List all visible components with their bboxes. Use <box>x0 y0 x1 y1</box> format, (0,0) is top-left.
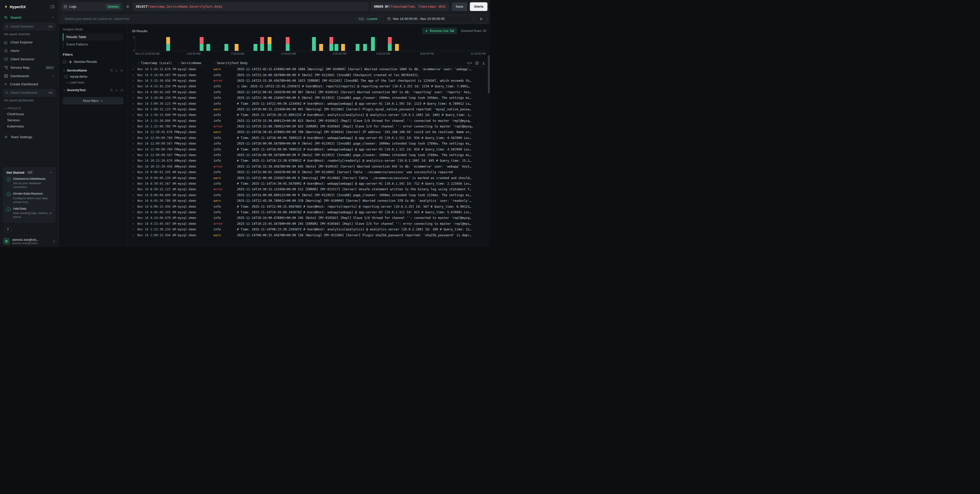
log-row[interactable]: Nov 14 12:00:00.567 PM mysql-demo info 2… <box>132 152 487 158</box>
log-row[interactable]: Nov 14 9:00:00.234 AM mysql-demo warn 20… <box>132 175 487 181</box>
drag-handle-icon[interactable] <box>213 62 215 64</box>
expand-row-icon[interactable] <box>132 125 137 128</box>
expand-row-icon[interactable] <box>132 142 137 145</box>
chart-bar[interactable] <box>334 44 338 51</box>
run-query-button[interactable] <box>475 14 487 23</box>
facet-pin-icon[interactable] <box>120 69 123 72</box>
lucene-mode-toggle[interactable]: Lucene <box>368 17 377 21</box>
chart-bar[interactable] <box>329 37 333 51</box>
expand-row-icon[interactable] <box>132 217 137 219</box>
expand-row-icon[interactable] <box>132 80 137 82</box>
mode-event-patterns[interactable]: Event Patterns <box>63 41 123 48</box>
expand-row-icon[interactable] <box>132 228 137 231</box>
sidebar-item-client-sessions[interactable]: Client Sessions <box>0 55 59 63</box>
chart-bar[interactable] <box>312 37 316 51</box>
drag-handle-icon[interactable] <box>137 62 139 64</box>
log-row[interactable]: Nov 14 8:30:15.123 AM mysql-demo error 2… <box>132 186 487 192</box>
expand-row-icon[interactable] <box>132 199 137 202</box>
facet-pin-icon[interactable] <box>120 89 123 92</box>
facet-search-icon[interactable] <box>110 89 113 92</box>
chart-bar[interactable] <box>166 37 170 51</box>
expand-row-icon[interactable] <box>132 114 137 116</box>
code-view-icon[interactable]: </> <box>467 61 472 65</box>
chart-bar[interactable] <box>319 44 323 51</box>
sidebar-item-alerts[interactable]: Alerts <box>0 46 59 55</box>
checkbox[interactable] <box>63 60 67 64</box>
chart-bar[interactable] <box>200 37 204 51</box>
log-row[interactable]: Nov 14 5:16:00.567 PM mysql-demo info 20… <box>132 72 487 78</box>
log-row[interactable]: Nov 14 1:15:00.789 PM mysql-demo error 2… <box>132 124 487 129</box>
log-row[interactable]: Nov 14 4:23:45.567 AM mysql-demo error 2… <box>132 221 487 226</box>
source-settings-gear-icon[interactable] <box>125 5 130 9</box>
expand-row-icon[interactable] <box>132 148 137 151</box>
load-more-button[interactable]: Load more <box>64 80 123 84</box>
chart-bar[interactable] <box>267 37 271 51</box>
log-row[interactable]: Nov 14 2:00:15.456 AM mysql-demo warn 20… <box>132 232 487 238</box>
expand-row-icon[interactable] <box>132 108 137 111</box>
preset-kubernetes[interactable]: Kubernetes <box>0 123 59 129</box>
date-range-picker[interactable]: Nov 14 00:00:00 - Nov 15 00:00:00 <box>383 14 473 23</box>
column-header-body[interactable]: Body <box>237 61 487 65</box>
create-dashboard-button[interactable]: Create Dashboard <box>0 80 59 88</box>
user-menu[interactable]: D dominic.tran@clic... dominic.tran@clic… <box>0 235 59 247</box>
sql-mode-toggle[interactable]: SQL <box>358 17 364 21</box>
chart-bar[interactable] <box>395 44 399 51</box>
log-row[interactable]: Nov 14 1:30:15.890 PM mysql-demo info # … <box>132 112 487 118</box>
chart-bar[interactable] <box>341 44 345 51</box>
saved-dashboards-field[interactable] <box>11 91 46 94</box>
expand-row-icon[interactable] <box>132 97 137 99</box>
facet-search-icon[interactable] <box>110 69 113 72</box>
log-row[interactable]: Nov 14 8:00:00.890 AM mysql-demo info 20… <box>132 192 487 198</box>
log-row[interactable]: Nov 14 4:24:00.678 AM mysql-demo info 20… <box>132 215 487 221</box>
expand-row-icon[interactable] <box>132 74 137 76</box>
expand-row-icon[interactable] <box>132 68 137 70</box>
more-filters-button[interactable]: More filters <box>63 97 123 104</box>
facet-severitytext-header[interactable]: SeverityText <box>63 88 123 93</box>
expand-row-icon[interactable] <box>132 102 137 105</box>
column-settings-icon[interactable] <box>475 61 479 65</box>
log-row[interactable]: Nov 14 4:15:45.234 PM mysql-demo info im… <box>132 83 487 89</box>
facet-value-mysql-demo[interactable]: mysql-demo <box>64 74 123 80</box>
collapse-sidebar-icon[interactable] <box>51 5 54 9</box>
saved-searches-field[interactable] <box>11 25 46 28</box>
chart-bar[interactable] <box>206 44 210 51</box>
chart-bar[interactable] <box>260 37 264 51</box>
log-row[interactable]: Nov 14 9:00:01.345 AM mysql-demo info 20… <box>132 169 487 175</box>
log-row[interactable]: Nov 14 12:00:00.789 PM mysql-demo info #… <box>132 135 487 141</box>
checkbox[interactable] <box>64 75 68 78</box>
expand-row-icon[interactable] <box>132 234 137 236</box>
copy-icon[interactable] <box>237 85 240 88</box>
facet-chart-icon[interactable] <box>115 89 118 92</box>
column-header-timestamp[interactable]: Timestamp (Local) <box>137 61 178 65</box>
expand-row-icon[interactable] <box>132 91 137 94</box>
alerts-button[interactable]: Alerts <box>470 2 487 11</box>
sidebar-item-team-settings[interactable]: Team Settings <box>0 133 59 141</box>
log-row[interactable]: Nov 14 12:00:00.567 PM mysql-demo info 2… <box>132 141 487 147</box>
drag-handle-icon[interactable] <box>237 62 239 64</box>
chart-bar[interactable] <box>253 44 258 51</box>
event-search-box[interactable]: SQL|Lucene <box>61 15 381 23</box>
log-row[interactable]: Nov 14 3:00:30.123 PM mysql-demo info # … <box>132 100 487 106</box>
expand-row-icon[interactable] <box>132 211 137 214</box>
sidebar-item-chart-explorer[interactable]: Chart Explorer <box>0 38 59 46</box>
expand-row-icon[interactable] <box>132 85 137 88</box>
expand-row-icon[interactable] <box>132 159 137 162</box>
expand-row-icon[interactable] <box>132 182 137 185</box>
chart-bar[interactable] <box>363 44 367 51</box>
log-row[interactable]: Nov 14 10:15:30.456 AM mysql-demo error … <box>132 164 487 169</box>
log-row[interactable]: Nov 14 3:30:00.234 PM mysql-demo info 20… <box>132 95 487 100</box>
chart-bar[interactable] <box>371 37 375 51</box>
log-row[interactable]: Nov 14 12:00:00.789 PM mysql-demo info #… <box>132 147 487 152</box>
chevron-up-icon[interactable] <box>49 171 52 174</box>
expand-row-icon[interactable] <box>132 131 137 133</box>
chart-bar[interactable] <box>224 44 228 51</box>
help-button[interactable]: ? <box>4 226 11 233</box>
sidebar-item-dashboards[interactable]: Dashboards <box>0 72 59 80</box>
log-row[interactable]: Nov 14 5:15:30.456 PM mysql-demo error 2… <box>132 78 487 83</box>
column-header-severitytext[interactable]: SeverityText <box>213 61 237 65</box>
facet-chart-icon[interactable] <box>115 69 118 72</box>
preset-services[interactable]: Services <box>0 117 59 123</box>
saved-dashboards-input[interactable]: ⌘K <box>3 89 56 97</box>
chart-bar[interactable] <box>356 44 360 51</box>
expand-row-icon[interactable] <box>132 223 137 225</box>
